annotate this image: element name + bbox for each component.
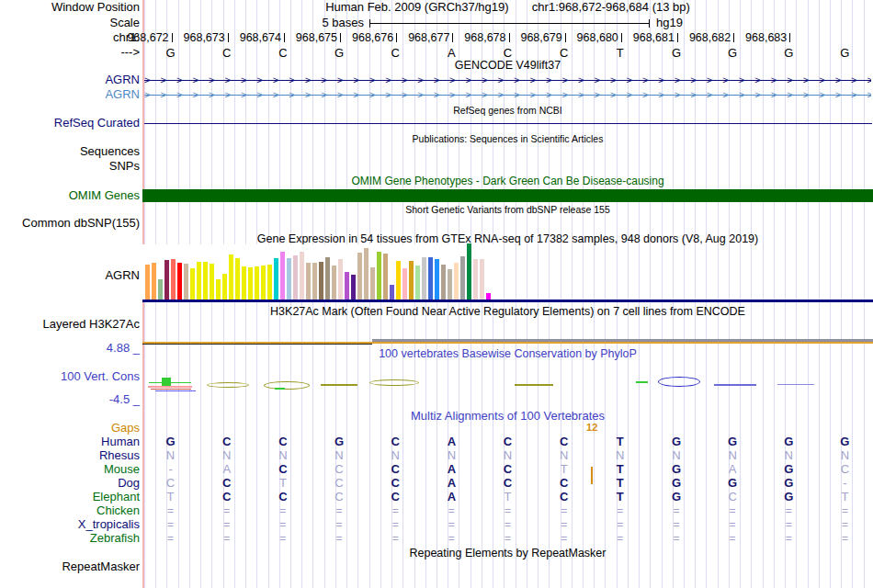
species-label-rhesus[interactable]: Rhesus xyxy=(0,449,140,462)
vert-cons-label[interactable]: 100 Vert. Cons xyxy=(0,370,140,383)
layered-h3k27ac-label[interactable]: Layered H3K27Ac xyxy=(0,318,140,331)
phylop-min-label: -4.5 _ xyxy=(0,393,140,406)
alignment-base: C xyxy=(273,491,293,503)
gtex-tissue-bar xyxy=(454,263,459,300)
gtex-tissue-bar xyxy=(261,266,266,300)
gtex-tissue-bar xyxy=(145,265,150,300)
gtex-tissue-bar xyxy=(190,268,195,300)
alignment-base: = xyxy=(329,532,349,545)
gaps-label[interactable]: Gaps xyxy=(0,422,140,435)
phylop-mark xyxy=(162,378,171,386)
gtex-tissue-bar xyxy=(428,257,433,300)
alignment-base: = xyxy=(610,518,630,531)
refseq-gene-line[interactable] xyxy=(144,123,872,124)
phylop-mark xyxy=(515,384,553,386)
common-dbsnp-label[interactable]: Common dbSNP(155) xyxy=(0,217,140,230)
gtex-tissue-bar xyxy=(415,266,420,300)
species-label-zebrafish[interactable]: Zebrafish xyxy=(0,532,140,545)
gtex-tissue-bar xyxy=(345,272,349,300)
alignment-base: = xyxy=(834,504,855,517)
species-label-human[interactable]: Human xyxy=(0,435,140,448)
reference-base: C xyxy=(269,46,297,60)
gtex-tissue-bar xyxy=(396,261,401,300)
species-label-dog[interactable]: Dog xyxy=(0,477,140,490)
alignment-base: G xyxy=(778,435,799,448)
gtex-tissue-bar xyxy=(248,267,253,300)
gtex-tissue-bar xyxy=(216,279,221,300)
species-label-mouse[interactable]: Mouse xyxy=(0,463,140,476)
alignment-base: = xyxy=(834,532,855,545)
alignment-base: T xyxy=(498,491,518,503)
gtex-tissue-bar xyxy=(364,248,368,300)
scale-value: 5 bases xyxy=(303,17,364,29)
alignment-base: T xyxy=(161,491,181,503)
gtex-tissue-bar xyxy=(370,267,375,300)
publications-title: Publications: Sequences in Scientific Ar… xyxy=(142,133,873,145)
alignment-base: G xyxy=(666,491,686,503)
window-position-label: Window Position xyxy=(0,1,140,14)
alignment-base: = xyxy=(722,504,743,517)
h3k27ac-signal-dark xyxy=(142,344,372,345)
alignment-base: G xyxy=(834,435,855,448)
alignment-base: C xyxy=(385,491,405,503)
alignment-base: T xyxy=(554,463,574,476)
alignment-base: N xyxy=(441,449,461,462)
scale-bar xyxy=(369,23,650,24)
gtex-tissue-bar xyxy=(312,263,317,300)
gtex-tissue-bar xyxy=(409,261,414,300)
alignment-base: C xyxy=(273,435,293,448)
repeatmasker-label[interactable]: RepeatMasker xyxy=(0,560,140,573)
scale-label: Scale xyxy=(0,17,140,29)
alignment-base: N xyxy=(610,449,630,462)
alignment-base: C xyxy=(834,463,855,476)
gene-label-agrn-1[interactable]: AGRN xyxy=(0,74,140,86)
gtex-tissue-bar xyxy=(377,252,381,300)
species-label-x_tropicalis[interactable]: X_tropicalis xyxy=(0,518,140,531)
alignment-base: = xyxy=(217,532,237,545)
alignment-base: = xyxy=(273,532,293,545)
alignment-base: C xyxy=(329,491,349,503)
omim-genes-label[interactable]: OMIM Genes xyxy=(0,189,140,202)
alignment-base: = xyxy=(554,504,574,517)
h3k27ac-title: H3K27Ac Mark (Often Found Near Active Re… xyxy=(142,306,873,318)
phylop-title: 100 vertebrates Basewise Conservation by… xyxy=(142,348,873,360)
reference-base: C xyxy=(550,46,578,60)
omim-gene-bar[interactable] xyxy=(142,189,873,202)
phylop-mark xyxy=(207,382,249,388)
gtex-tissue-bar xyxy=(242,266,246,300)
gtex-tissue-bar xyxy=(229,254,233,300)
alignment-base: = xyxy=(161,504,181,517)
alignment-base: C xyxy=(217,477,237,490)
gtex-tissue-bar xyxy=(383,254,388,300)
species-label-elephant[interactable]: Elephant xyxy=(0,491,140,503)
gtex-tissue-bar xyxy=(158,279,163,300)
species-label-chicken[interactable]: Chicken xyxy=(0,504,140,517)
alignment-base: G xyxy=(666,463,686,476)
snps-label[interactable]: SNPs xyxy=(0,160,140,173)
alignment-base: N xyxy=(666,449,686,462)
alignment-base: G xyxy=(722,477,743,490)
gene-direction-arrows: > > > > > > > > > > > > > > > > > > > > … xyxy=(144,88,871,101)
sequences-label[interactable]: Sequences xyxy=(0,145,140,158)
alignment-base: A xyxy=(217,463,237,476)
scale-assembly-label: hg19 xyxy=(656,17,683,29)
gtex-tissue-bar xyxy=(306,263,311,300)
alignment-base: = xyxy=(273,518,293,531)
gtex-tissue-bar xyxy=(460,256,465,300)
coordinate-label: 968,683 xyxy=(720,31,787,44)
reference-base: G xyxy=(663,46,690,60)
alignment-base: N xyxy=(273,449,293,462)
refseq-curated-label[interactable]: RefSeq Curated xyxy=(0,117,140,130)
alignment-base: = xyxy=(498,518,518,531)
gtex-tissue-bar xyxy=(351,275,356,300)
gtex-tissue-bar xyxy=(184,264,188,300)
genome-browser-image: Window Position Human Feb. 2009 (GRCh37/… xyxy=(0,0,873,588)
gene-label-agrn-2[interactable]: AGRN xyxy=(0,88,140,101)
gtex-tissue-bar xyxy=(390,285,394,300)
gtex-tissue-bar xyxy=(422,257,426,300)
alignment-base: = xyxy=(498,504,518,517)
phylop-mark xyxy=(155,390,196,391)
gtex-gene-label[interactable]: AGRN xyxy=(0,269,140,282)
alignment-base: T xyxy=(610,491,630,503)
alignment-base: N xyxy=(834,449,855,462)
